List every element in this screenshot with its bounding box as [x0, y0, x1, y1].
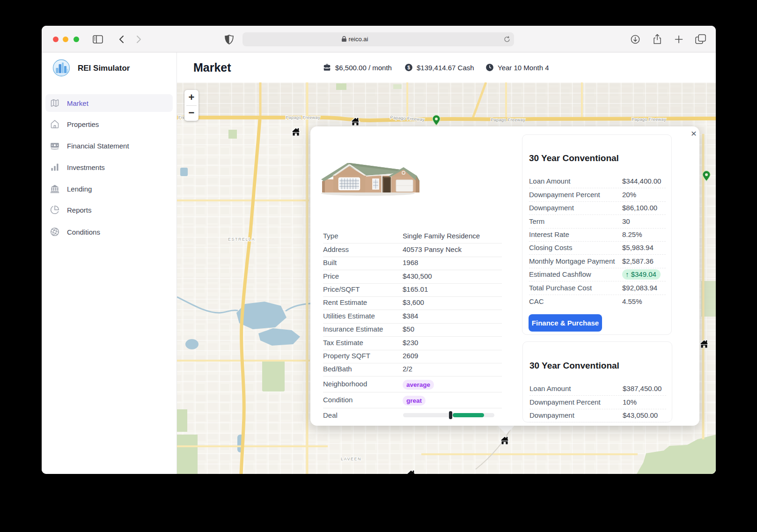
svg-text:$: $ [407, 65, 410, 70]
svg-text:ESTRELLA: ESTRELLA [228, 237, 255, 242]
svg-text:LAVEEN: LAVEEN [341, 457, 361, 461]
svg-text:Papago Freeway: Papago Freeway [632, 117, 666, 122]
svg-text:Papago Freeway: Papago Freeway [491, 118, 525, 122]
svg-text:Papago Freeway: Papago Freeway [286, 115, 320, 120]
